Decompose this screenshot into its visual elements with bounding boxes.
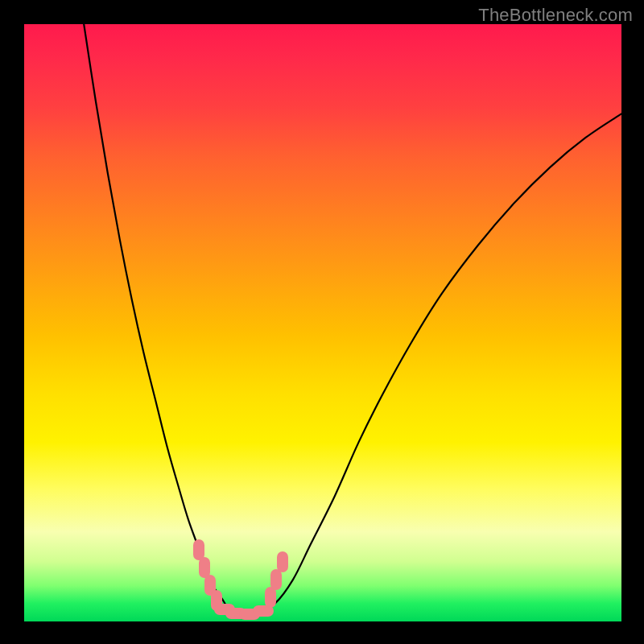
highlight-marker	[265, 587, 276, 608]
highlight-marker	[270, 569, 282, 590]
watermark-text: TheBottleneck.com	[478, 5, 633, 26]
bottleneck-curve	[24, 24, 621, 621]
chart-frame: TheBottleneck.com	[0, 0, 644, 644]
plot-area	[24, 24, 621, 621]
highlight-marker	[277, 551, 288, 572]
